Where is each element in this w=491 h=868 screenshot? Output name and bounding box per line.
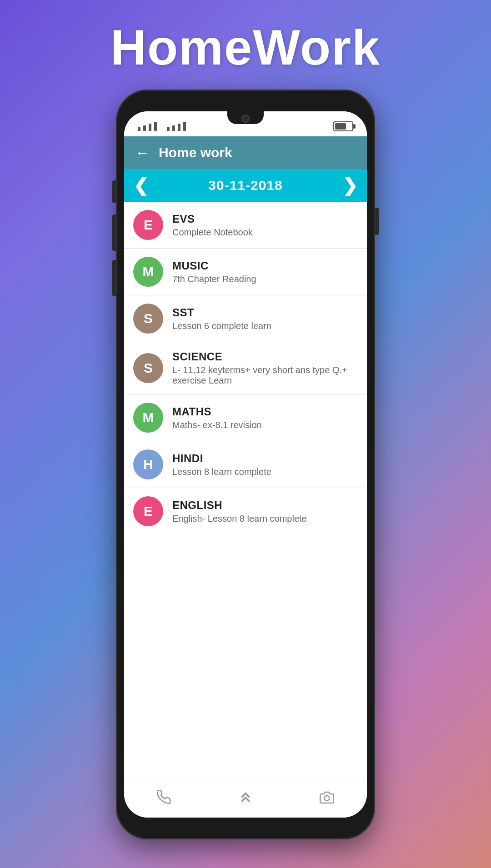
battery-indicator <box>333 121 353 131</box>
homework-list: EEVSComplete NotebookMMUSIC7th Chapter R… <box>124 202 367 777</box>
signal-bar-4 <box>154 122 157 131</box>
prev-date-button[interactable]: ❮ <box>133 176 149 195</box>
detail-hindi: Lesson 8 learn complete <box>172 467 358 477</box>
text-science: SCIENCEL- 11,12 keyterms+ very short ans… <box>172 350 358 386</box>
current-date: 30-11-2018 <box>208 178 282 193</box>
home-nav-button[interactable] <box>237 789 254 806</box>
text-evs: EVSComplete Notebook <box>172 213 358 238</box>
subject-maths: MATHS <box>172 405 358 418</box>
detail-sst: Lesson 6 complete learn <box>172 321 358 331</box>
avatar-sst: S <box>133 304 163 334</box>
subject-music: MUSIC <box>172 259 358 272</box>
date-navigation: ❮ 30-11-2018 ❯ <box>124 169 367 202</box>
list-item-science[interactable]: SSCIENCEL- 11,12 keyterms+ very short an… <box>124 342 367 394</box>
next-date-button[interactable]: ❯ <box>342 176 358 195</box>
phone-mockup: ← Home work ❮ 30-11-2018 ❯ EEVSComplete … <box>116 90 375 839</box>
list-item-english[interactable]: EENGLISHEnglish- Lesson 8 learn complete <box>124 488 367 534</box>
back-button[interactable]: ← <box>135 145 150 161</box>
text-hindi: HINDILesson 8 learn complete <box>172 452 358 477</box>
battery-fill <box>335 123 346 130</box>
avatar-science: S <box>133 353 163 383</box>
mute-button <box>112 180 116 203</box>
power-button <box>375 208 379 235</box>
page-title: HomeWork <box>110 18 381 76</box>
detail-music: 7th Chapter Reading <box>172 274 358 284</box>
signal-bar-6 <box>172 125 175 131</box>
app-bar-title: Home work <box>159 145 232 160</box>
avatar-evs: E <box>133 210 163 240</box>
phone-screen: ← Home work ❮ 30-11-2018 ❯ EEVSComplete … <box>124 111 367 818</box>
signal-bar-1 <box>138 127 140 131</box>
subject-english: ENGLISH <box>172 499 358 512</box>
list-item-music[interactable]: MMUSIC7th Chapter Reading <box>124 249 367 295</box>
signal-bar-8 <box>183 122 186 131</box>
list-item-maths[interactable]: MMATHSMaths- ex-8.1 revision <box>124 394 367 441</box>
subject-sst: SST <box>172 306 358 319</box>
signal-bar-7 <box>178 124 180 131</box>
text-english: ENGLISHEnglish- Lesson 8 learn complete <box>172 499 358 524</box>
signal-bar-5 <box>167 127 170 131</box>
svg-point-0 <box>324 796 329 801</box>
detail-maths: Maths- ex-8.1 revision <box>172 420 358 430</box>
volume-up-button <box>112 215 116 251</box>
bottom-navigation <box>124 777 367 818</box>
subject-evs: EVS <box>172 213 358 225</box>
text-maths: MATHSMaths- ex-8.1 revision <box>172 405 358 430</box>
avatar-music: M <box>133 257 163 287</box>
list-item-sst[interactable]: SSSTLesson 6 complete learn <box>124 295 367 342</box>
subject-hindi: HINDI <box>172 452 358 465</box>
avatar-hindi: H <box>133 449 163 479</box>
detail-evs: Complete Notebook <box>172 227 358 238</box>
avatar-maths: M <box>133 403 163 433</box>
list-item-hindi[interactable]: HHINDILesson 8 learn complete <box>124 441 367 488</box>
avatar-english: E <box>133 496 163 526</box>
list-item-evs[interactable]: EEVSComplete Notebook <box>124 202 367 249</box>
text-sst: SSTLesson 6 complete learn <box>172 306 358 331</box>
volume-down-button <box>112 260 116 296</box>
detail-english: English- Lesson 8 learn complete <box>172 514 358 524</box>
subject-science: SCIENCE <box>172 350 358 363</box>
phone-camera <box>241 115 250 123</box>
signal-bar-3 <box>149 124 151 131</box>
signal-indicator <box>138 122 186 131</box>
app-bar: ← Home work <box>124 136 367 169</box>
signal-bar-2 <box>143 125 146 131</box>
phone-nav-button[interactable] <box>157 790 171 805</box>
detail-science: L- 11,12 keyterms+ very short ans type Q… <box>172 365 358 386</box>
camera-nav-button[interactable] <box>320 790 334 805</box>
text-music: MUSIC7th Chapter Reading <box>172 259 358 284</box>
